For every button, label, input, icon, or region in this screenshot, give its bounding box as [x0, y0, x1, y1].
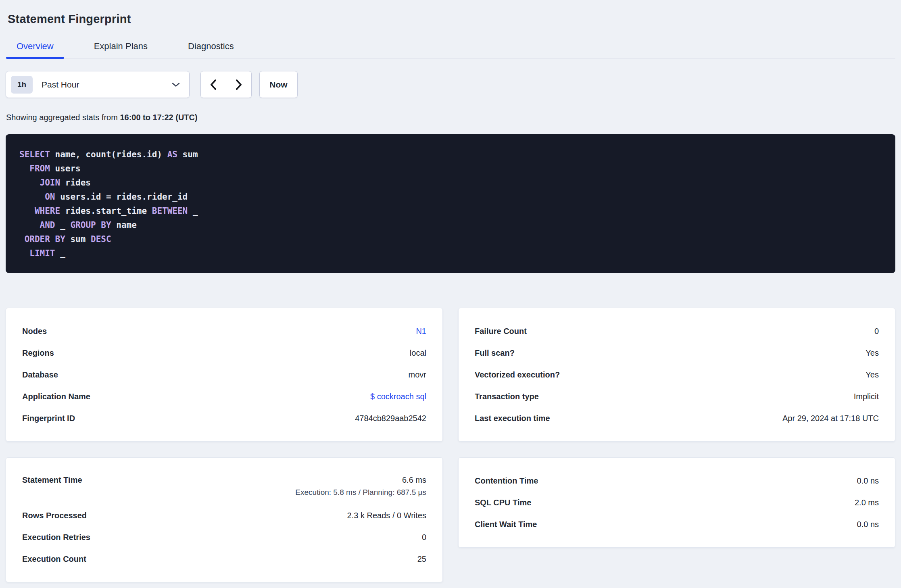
sql-keyword: AS [167, 150, 177, 159]
summary-cards: NodesN1RegionslocalDatabasemovrApplicati… [6, 308, 895, 588]
tab-bar: OverviewExplain PlansDiagnostics [6, 42, 895, 58]
summary-row: Statement Time6.6 msExecution: 5.8 ms / … [22, 470, 426, 505]
row-value-block: Yes [866, 348, 879, 358]
summary-row: Transaction typeImplicit [475, 386, 879, 407]
row-value-block: 25 [417, 555, 426, 564]
summary-row: Full scan?Yes [475, 342, 879, 364]
row-value-link[interactable]: N1 [416, 327, 426, 336]
sql-token: rides [60, 178, 91, 188]
tab-label: Explain Plans [94, 41, 148, 51]
sql-keyword: AND [40, 220, 55, 230]
row-value-link[interactable]: $ cockroach sql [370, 392, 426, 401]
tab-label: Overview [17, 41, 54, 51]
summary-row: Vectorized execution?Yes [475, 364, 879, 386]
row-value-block: 0.0 ns [857, 476, 879, 486]
sql-token [19, 234, 25, 244]
row-value-block: 6.6 msExecution: 5.8 ms / Planning: 687.… [295, 475, 426, 497]
row-value-block: Apr 29, 2024 at 17:18 UTC [782, 414, 879, 423]
tab-label: Diagnostics [188, 41, 234, 51]
sql-token: _ [55, 220, 71, 230]
row-label: Execution Count [22, 555, 86, 564]
sql-keyword: BETWEEN [152, 206, 188, 216]
row-value: 0.0 ns [857, 520, 879, 529]
sql-token [19, 220, 40, 230]
statement-times-card: Statement Time6.6 msExecution: 5.8 ms / … [6, 457, 443, 582]
summary-row: Execution Count25 [22, 548, 426, 570]
sql-keyword: SELECT [19, 150, 50, 159]
sql-token: users.id = rides.rider_id [55, 192, 188, 202]
sql-token: sum [65, 234, 91, 244]
summary-row: Failure Count0 [475, 320, 879, 342]
row-value-block: movr [409, 370, 426, 379]
prev-interval-button[interactable] [201, 71, 226, 98]
row-value-block: 2.3 k Reads / 0 Writes [347, 511, 426, 520]
sql-token [19, 206, 35, 216]
sql-token [19, 248, 29, 258]
row-value-block: N1 [416, 327, 426, 336]
tab-explain-plans[interactable]: Explain Plans [83, 42, 158, 58]
row-label: Nodes [22, 327, 47, 336]
tab-overview[interactable]: Overview [6, 42, 64, 58]
row-value: 2.3 k Reads / 0 Writes [347, 511, 426, 520]
time-picker-controls: 1h Past Hour Now [6, 71, 895, 98]
row-value-block: local [410, 348, 426, 358]
sql-keyword: ON [45, 192, 55, 202]
sql-keyword: DESC [91, 234, 111, 244]
row-label: Database [22, 370, 58, 379]
row-value: Yes [866, 370, 879, 379]
row-value-block: 0.0 ns [857, 520, 879, 529]
row-value-block: 0 [874, 327, 879, 336]
summary-row: Execution Retries0 [22, 526, 426, 548]
sql-line: SELECT name, count(rides.id) AS sum [19, 148, 882, 162]
summary-row: Application Name$ cockroach sql [22, 386, 426, 407]
summary-row: Client Wait Time0.0 ns [475, 513, 879, 535]
time-interval-dropdown[interactable]: 1h Past Hour [6, 71, 190, 98]
row-value: 4784cb829aab2542 [355, 414, 426, 423]
execution-attributes-card: Failure Count0Full scan?YesVectorized ex… [458, 308, 895, 442]
summary-row: NodesN1 [22, 320, 426, 342]
row-label: Last execution time [475, 414, 550, 423]
sql-keyword: LIMIT [29, 248, 55, 258]
chevron-down-icon [171, 82, 180, 88]
chevron-right-icon [234, 79, 243, 91]
row-label: Fingerprint ID [22, 414, 75, 423]
row-value-block: Yes [866, 370, 879, 379]
aggregated-stats-note: Showing aggregated stats from 16:00 to 1… [6, 113, 895, 122]
sql-line: LIMIT _ [19, 246, 882, 261]
sql-token: rides.start_time [60, 206, 152, 216]
sql-token: _ [188, 206, 198, 216]
row-label: Client Wait Time [475, 520, 537, 529]
row-value: Yes [866, 348, 879, 357]
row-value-block: Implicit [854, 392, 879, 401]
row-value-block: $ cockroach sql [370, 392, 426, 401]
summary-row: Contention Time0.0 ns [475, 470, 879, 492]
next-interval-button[interactable] [226, 71, 251, 98]
tab-diagnostics[interactable]: Diagnostics [177, 42, 244, 58]
row-label: Statement Time [22, 475, 82, 485]
sql-statement-box: SELECT name, count(rides.id) AS sum FROM… [6, 134, 895, 273]
sql-token: users [50, 164, 81, 173]
stats-note-range: 16:00 to 17:22 (UTC) [120, 113, 197, 122]
row-label: Failure Count [475, 327, 527, 336]
sql-keyword: ORDER BY [25, 234, 65, 244]
summary-row: Databasemovr [22, 364, 426, 386]
summary-row: SQL CPU Time2.0 ms [475, 492, 879, 513]
row-label: Execution Retries [22, 533, 90, 542]
sql-keyword: JOIN [40, 178, 60, 188]
row-value-block: 0 [422, 533, 426, 542]
sql-token [19, 192, 45, 202]
row-label: Transaction type [475, 392, 539, 401]
chevron-left-icon [209, 79, 218, 91]
summary-row: Last execution timeApr 29, 2024 at 17:18… [475, 407, 879, 429]
sql-token: _ [55, 248, 65, 258]
page-title: Statement Fingerprint [8, 13, 895, 26]
sql-line: ON users.id = rides.rider_id [19, 190, 882, 204]
now-button[interactable]: Now [259, 71, 298, 98]
stats-note-prefix: Showing aggregated stats from [6, 113, 120, 122]
sql-line: JOIN rides [19, 176, 882, 190]
sql-keyword: FROM [29, 164, 50, 173]
sql-token [19, 178, 40, 188]
row-value: 25 [417, 555, 426, 563]
row-value: 6.6 ms [402, 475, 426, 484]
sql-line: ORDER BY sum DESC [19, 232, 882, 246]
